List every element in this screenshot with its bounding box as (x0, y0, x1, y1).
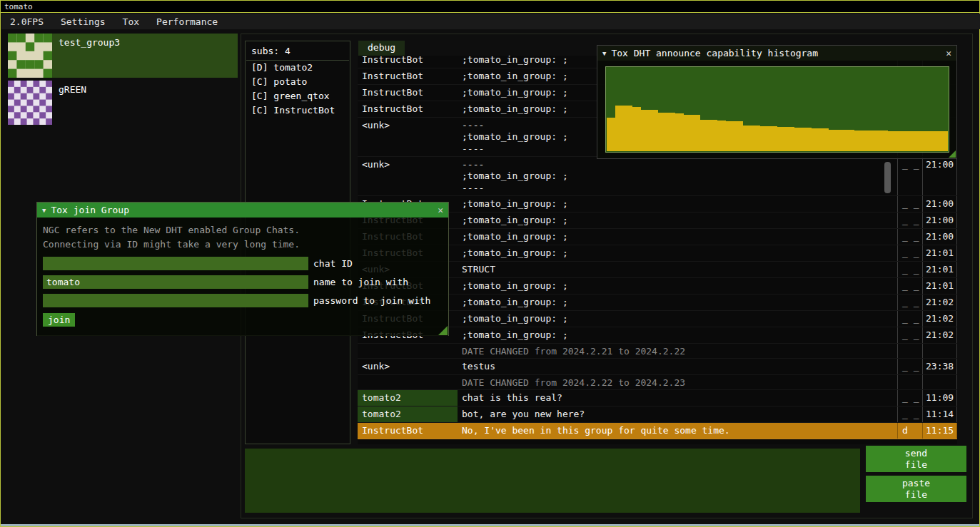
message-text: ;tomato_in_group: ; (458, 278, 898, 294)
join-password-input[interactable] (43, 294, 308, 307)
message-input[interactable] (245, 449, 860, 513)
chat-id-input[interactable] (43, 257, 308, 270)
message-time: 21:02 (923, 295, 957, 310)
delivery-status: _ _ (898, 245, 923, 261)
window-title: tomato (4, 2, 33, 11)
menu-item-performance[interactable]: Performance (148, 14, 226, 29)
message-text: ;tomato_in_group: ; (458, 311, 898, 327)
histogram-bar (632, 107, 641, 151)
delivery-status: _ _ (898, 196, 923, 212)
message-time: 21:01 (923, 278, 957, 294)
histogram-bar (726, 121, 734, 151)
date-separator-row[interactable]: DATE CHANGED from 2024.2.21 to 2024.2.22 (358, 344, 957, 359)
message-text: ;tomato_in_group: ; (458, 327, 898, 343)
histogram-bar (803, 128, 812, 151)
join-window-body: NGC refers to the New DHT enabled Group … (37, 218, 448, 336)
window-titlebar[interactable]: tomato (1, 1, 979, 13)
menu-item-tox[interactable]: Tox (114, 14, 148, 29)
collapse-arrow-icon[interactable]: ▼ (602, 50, 606, 57)
histogram-bar (931, 131, 939, 151)
message-row[interactable]: <unk>---- ;tomato_in_group: ; ----_ _21:… (358, 157, 957, 196)
histogram-window-title: Tox DHT announce capability histogram (611, 48, 818, 58)
histogram-bar (717, 121, 726, 151)
chat-scrollbar[interactable] (884, 162, 891, 193)
histogram-bar (922, 131, 931, 151)
delivery-status: _ _ (898, 262, 923, 277)
histogram-bar (692, 115, 701, 151)
histogram-bar (888, 131, 896, 151)
date-separator-row[interactable]: DATE CHANGED from 2024.2.22 to 2024.2.23 (358, 375, 957, 390)
histogram-bar (752, 126, 760, 151)
paste-file-button[interactable]: paste file (866, 476, 966, 502)
sub-item-potato[interactable]: [C] potato (246, 75, 350, 89)
app-window: tomato 2.0FPS Settings Tox Performance t… (0, 0, 980, 527)
delivery-status: _ _ (898, 390, 923, 406)
resize-grip[interactable] (949, 150, 956, 158)
histogram-window-titlebar[interactable]: ▼ Tox DHT announce capability histogram … (597, 46, 956, 61)
message-row[interactable]: tomato2bot, are you new here?_ _11:14 (358, 406, 957, 423)
delivery-status: _ _ (898, 327, 923, 343)
message-row[interactable]: InstructBotNo, I've been in this group f… (358, 423, 957, 439)
message-time: 21:02 (923, 311, 957, 327)
fps-indicator: 2.0FPS (1, 14, 52, 29)
message-row[interactable]: <unk>testus_ _23:38 (358, 359, 957, 375)
histogram-bar (667, 113, 675, 151)
sub-item-tomato2[interactable]: [D] tomato2 (246, 61, 350, 75)
subs-count: subs: 4 (246, 41, 350, 60)
histogram-bar (846, 130, 854, 151)
join-window-title: Tox join Group (51, 205, 129, 215)
join-window-titlebar[interactable]: ▼ Tox join Group ✕ (37, 203, 448, 218)
message-text: ---- ;tomato_in_group: ; ---- (458, 157, 898, 195)
join-help-text: NGC refers to the New DHT enabled Group … (43, 223, 448, 237)
collapse-arrow-icon[interactable]: ▼ (42, 207, 46, 214)
sender-name: InstructBot (358, 85, 458, 101)
histogram-bar (624, 106, 632, 151)
delivery-status: _ _ (898, 311, 923, 327)
delivery-status (898, 375, 923, 389)
sub-item-instructbot[interactable]: [C] InstructBot (246, 103, 350, 118)
group-item-green[interactable]: gREEN (8, 81, 238, 125)
close-icon[interactable]: ✕ (438, 205, 443, 215)
histogram-bar (615, 106, 624, 151)
message-row[interactable]: tomato2chat is this real?_ _11:09 (358, 390, 957, 406)
sender-name: <unk> (358, 359, 458, 374)
send-file-button[interactable]: send file (866, 446, 966, 472)
message-time: 21:01 (923, 245, 957, 261)
message-time: 21:00 (923, 196, 957, 212)
join-name-label: name to join with (313, 277, 408, 287)
window-resize-edge (1, 524, 979, 526)
message-time: 21:00 (923, 229, 957, 245)
histogram-bar (769, 126, 777, 151)
group-avatar (8, 81, 52, 125)
histogram-bar (743, 126, 752, 151)
join-help-text: Connecting via ID might take a very long… (43, 237, 448, 252)
group-item-test_group3[interactable]: test_group3 (8, 34, 238, 78)
histogram-bar (786, 127, 794, 151)
histogram-bar (760, 126, 769, 151)
sender-name: tomato2 (358, 390, 458, 406)
histogram-bar (880, 131, 889, 151)
join-button[interactable]: join (43, 313, 75, 327)
histogram-bar (854, 131, 863, 151)
histogram-bar (658, 113, 667, 151)
message-text: ;tomato_in_group: ; (458, 213, 898, 228)
close-icon[interactable]: ✕ (946, 48, 951, 58)
message-time: 23:38 (923, 359, 957, 374)
tab-debug[interactable]: debug (358, 41, 405, 56)
message-time: 21:02 (923, 327, 957, 343)
sender-name: InstructBot (358, 56, 458, 68)
resize-grip[interactable] (438, 326, 448, 335)
sender-name (358, 344, 458, 358)
sub-item-green_qtox[interactable]: [C] green_qtox (246, 89, 350, 103)
histogram-bar (896, 131, 905, 151)
join-password-label: password to join with (313, 295, 430, 306)
join-name-input[interactable] (43, 275, 308, 289)
histogram-bar (820, 128, 829, 151)
histogram-bar (641, 110, 650, 152)
join-group-window: ▼ Tox join Group ✕ NGC refers to the New… (36, 202, 449, 336)
message-text: chat is this real? (458, 390, 898, 406)
delivery-status: _ _ (898, 359, 923, 374)
message-time: 21:00 (923, 213, 957, 228)
menu-item-settings[interactable]: Settings (52, 14, 114, 29)
histogram-bar (777, 127, 786, 151)
